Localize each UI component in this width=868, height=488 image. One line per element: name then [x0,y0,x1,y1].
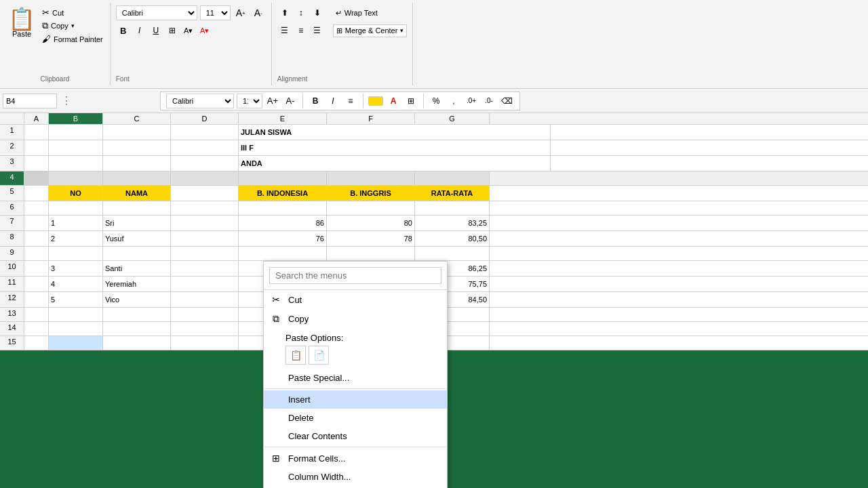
col-header-B[interactable]: B [49,113,103,124]
cell-B15[interactable] [49,336,103,350]
context-paste-special-item[interactable]: Paste Special... [264,369,447,387]
format-painter-button[interactable]: 🖌 Format Painter [41,33,104,45]
wrap-text-button[interactable]: ↵ Wrap Text [333,7,380,19]
cell-A3[interactable] [24,156,49,171]
align-left-button[interactable]: ☰ [277,23,292,38]
cell-reference-input[interactable]: B4 [3,94,57,108]
toolbar2-grow-font[interactable]: A+ [265,94,280,108]
cell-C8[interactable]: Yusuf [103,231,171,246]
cell-D12[interactable] [171,292,239,307]
cell-D5[interactable] [171,186,239,201]
cell-F7[interactable]: 80 [327,216,415,230]
cell-F4[interactable] [327,171,415,185]
col-header-A[interactable]: A [24,113,49,124]
col-header-D[interactable]: D [171,113,239,124]
cell-C4[interactable] [103,171,171,185]
cell-A1[interactable] [24,125,49,140]
cell-B7[interactable]: 1 [49,216,103,230]
cell-B8[interactable]: 2 [49,231,103,246]
cell-D3[interactable] [171,156,239,171]
row-num-8[interactable]: 8 [0,231,24,246]
cell-D1[interactable] [171,125,239,140]
cell-B9[interactable] [49,247,103,260]
cell-B5[interactable]: NO [49,186,103,201]
cut-button[interactable]: ✂ Cut [41,7,104,18]
cell-A15[interactable] [24,336,49,350]
cell-A7[interactable] [24,216,49,230]
align-center-button[interactable]: ≡ [294,23,309,38]
toolbar2-highlight[interactable] [368,96,383,106]
cell-C10[interactable]: Santi [103,261,171,276]
cell-F8[interactable]: 78 [327,231,415,246]
cell-C5[interactable]: NAMA [103,186,171,201]
cell-D14[interactable] [171,322,239,336]
context-clear-item[interactable]: Clear Contents [264,427,447,445]
cell-D6[interactable] [171,201,239,215]
toolbar2-border[interactable]: ⊞ [403,94,418,108]
cell-E7[interactable]: 86 [239,216,327,230]
font-color-button[interactable]: A▾ [197,23,212,38]
row-num-7[interactable]: 7 [0,216,24,230]
cell-B14[interactable] [49,322,103,336]
cell-G9[interactable] [415,247,490,260]
cell-D13[interactable] [171,308,239,321]
toolbar2-shrink-font[interactable]: A- [283,94,298,108]
cell-B6[interactable] [49,201,103,215]
cell-D10[interactable] [171,261,239,276]
middle-align-button[interactable]: ↕ [294,5,309,20]
cell-B4[interactable] [49,171,103,185]
italic-button[interactable]: I [132,23,147,38]
cell-G5[interactable]: RATA-RATA [415,186,490,201]
cell-G8[interactable]: 80,50 [415,231,490,246]
toolbar2-clear[interactable]: ⌫ [499,94,514,108]
font-family-dropdown[interactable]: Calibri [116,5,197,20]
row-num-5[interactable]: 5 [0,186,24,201]
cell-A12[interactable] [24,292,49,307]
context-insert-item[interactable]: Insert [264,390,447,409]
cell-D15[interactable] [171,336,239,350]
toolbar2-align[interactable]: ≡ [343,94,358,108]
context-column-width-item[interactable]: Column Width... [264,468,447,486]
align-right-button[interactable]: ☰ [310,23,325,38]
bottom-align-button[interactable]: ⬇ [310,5,325,20]
col-header-C[interactable]: C [103,113,171,124]
cell-B13[interactable] [49,308,103,321]
toolbar2-bold[interactable]: B [308,94,323,108]
cell-A14[interactable] [24,322,49,336]
cell-G4[interactable] [415,171,490,185]
cell-F6[interactable] [327,201,415,215]
toolbar2-font-color[interactable]: A [386,94,401,108]
paste-button[interactable]: 📋 Paste [5,5,38,41]
cell-E2[interactable]: III F [239,140,551,155]
col-header-E[interactable]: E [239,113,327,124]
cell-C6[interactable] [103,201,171,215]
cell-C2[interactable] [103,140,171,155]
cell-D7[interactable] [171,216,239,230]
col-header-F[interactable]: F [327,113,415,124]
toolbar2-size-dropdown[interactable]: 11 [237,94,262,108]
cell-B10[interactable]: 3 [49,261,103,276]
context-delete-item[interactable]: Delete [264,409,447,427]
cell-A13[interactable] [24,308,49,321]
font-size-dropdown[interactable]: 11 [200,5,231,20]
cell-D9[interactable] [171,247,239,260]
cell-E5[interactable]: B. INDONESIA [239,186,327,201]
row-num-9[interactable]: 9 [0,247,24,260]
cell-A10[interactable] [24,261,49,276]
cell-E9[interactable] [239,247,327,260]
cell-E6[interactable] [239,201,327,215]
toolbar2-decimal-up[interactable]: .0+ [464,94,479,108]
cell-D4[interactable] [171,171,239,185]
row-num-14[interactable]: 14 [0,322,24,336]
toolbar2-font-dropdown[interactable]: Calibri [166,94,234,108]
underline-button[interactable]: U [149,23,163,38]
cell-D2[interactable] [171,140,239,155]
context-format-cells-item[interactable]: ⊞ Format Cells... [264,449,447,468]
toolbar2-italic[interactable]: I [326,94,340,108]
toolbar2-comma[interactable]: , [446,94,461,108]
context-copy-item[interactable]: ⧉ Copy [264,309,447,329]
cell-F5[interactable]: B. INGGRIS [327,186,415,201]
cell-A5[interactable] [24,186,49,201]
cell-C12[interactable]: Vico [103,292,171,307]
cell-C1[interactable] [103,125,171,140]
